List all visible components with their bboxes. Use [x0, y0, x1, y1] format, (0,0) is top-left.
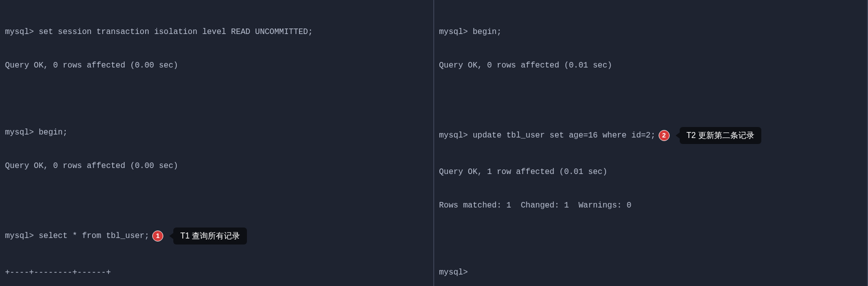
terminal-text: mysql> select * from tbl_user;	[5, 232, 149, 240]
badge-icon: 2	[659, 130, 670, 141]
terminal-text: mysql> begin;	[439, 28, 502, 36]
terminal-line: mysql> begin;	[5, 127, 428, 138]
terminal-line	[439, 94, 862, 104]
right-terminal-pane[interactable]: mysql> begin; Query OK, 0 rows affected …	[434, 0, 869, 286]
terminal-text: mysql> begin;	[5, 128, 68, 137]
terminal-text: Query OK, 0 rows affected (0.00 sec)	[5, 61, 178, 70]
terminal-text: Query OK, 1 row affected (0.01 sec)	[439, 168, 608, 176]
terminal-line: mysql> update tbl_user set age=16 where …	[439, 127, 862, 144]
terminal-text: +----+--------+------+	[5, 268, 111, 277]
terminal-line: Query OK, 0 rows affected (0.01 sec)	[439, 60, 862, 71]
terminal-text: mysql>	[439, 268, 468, 277]
terminal-text: mysql> update tbl_user set age=16 where …	[439, 131, 656, 140]
terminal-line: +----+--------+------+	[5, 267, 428, 278]
terminal-line: mysql> begin;	[439, 26, 862, 38]
annotation-1: 1T1 查询所有记录	[152, 228, 247, 244]
annotation-bubble: T2 更新第二条记录	[680, 127, 761, 144]
terminal-line: mysql> select * from tbl_user;1T1 查询所有记录	[5, 228, 428, 244]
terminal-line	[5, 194, 428, 205]
badge-icon: 1	[152, 230, 163, 242]
terminal-line	[439, 234, 862, 244]
terminal-line: Query OK, 1 row affected (0.01 sec)	[439, 166, 862, 178]
terminal-line: Query OK, 0 rows affected (0.00 sec)	[5, 160, 428, 172]
terminal-line: Rows matched: 1 Changed: 1 Warnings: 0	[439, 200, 862, 211]
annotation-bubble: T1 查询所有记录	[173, 228, 247, 244]
terminal-text: Query OK, 0 rows affected (0.00 sec)	[5, 162, 178, 170]
terminal-text: mysql> set session transaction isolation…	[5, 28, 313, 36]
terminal-text: Rows matched: 1 Changed: 1 Warnings: 0	[439, 201, 632, 210]
terminal-line: mysql> set session transaction isolation…	[5, 26, 428, 38]
terminal-line: mysql>	[439, 267, 862, 278]
annotation-2: 2T2 更新第二条记录	[659, 127, 761, 144]
terminal-line	[5, 94, 428, 104]
terminal-line: Query OK, 0 rows affected (0.00 sec)	[5, 60, 428, 71]
terminal-text: Query OK, 0 rows affected (0.01 sec)	[439, 61, 613, 70]
left-terminal-pane[interactable]: mysql> set session transaction isolation…	[0, 0, 434, 286]
